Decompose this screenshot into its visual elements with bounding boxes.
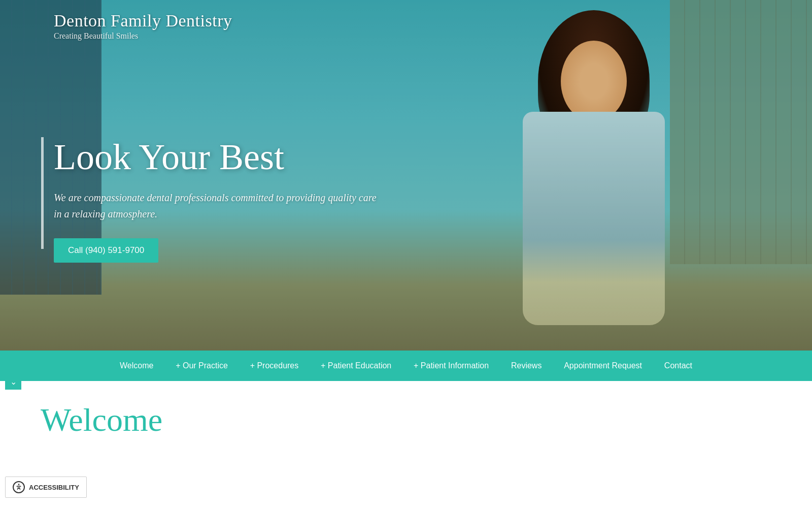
svg-point-0 — [18, 484, 20, 485]
accessibility-icon — [13, 481, 25, 493]
nav-inner: Welcome + Our Practice + Procedures + Pa… — [91, 357, 721, 374]
site-title: Denton Family Dentistry — [54, 11, 232, 30]
hero-figure — [487, 10, 700, 356]
site-header: Denton Family Dentistry Creating Beautif… — [54, 11, 232, 41]
hero-section: Denton Family Dentistry Creating Beautif… — [0, 0, 812, 381]
nav-item-procedures[interactable]: + Procedures — [242, 357, 307, 374]
nav-item-patient-education[interactable]: + Patient Education — [313, 357, 399, 374]
navigation-bar: Welcome + Our Practice + Procedures + Pa… — [0, 351, 812, 381]
below-fold-section: ⌄ Welcome — [0, 381, 812, 508]
hero-description: We are compassionate dental professional… — [54, 189, 379, 222]
hero-accent-line — [41, 137, 44, 249]
cta-button[interactable]: Call (940) 591-9700 — [54, 238, 158, 263]
welcome-heading: Welcome — [41, 401, 771, 439]
hero-content: Look Your Best We are compassionate dent… — [54, 137, 379, 263]
site-subtitle: Creating Beautiful Smiles — [54, 31, 232, 41]
nav-item-welcome[interactable]: Welcome — [112, 357, 161, 374]
nav-item-contact[interactable]: Contact — [656, 357, 700, 374]
hero-headline: Look Your Best — [54, 137, 379, 177]
figure-face — [561, 41, 627, 122]
nav-item-our-practice[interactable]: + Our Practice — [167, 357, 236, 374]
accessibility-bar[interactable]: ACCESSIBILITY — [5, 477, 87, 498]
nav-item-patient-information[interactable]: + Patient Information — [405, 357, 497, 374]
nav-item-reviews[interactable]: Reviews — [503, 357, 550, 374]
figure-body — [523, 112, 665, 325]
accessibility-label: ACCESSIBILITY — [29, 484, 79, 491]
figure-tint — [523, 112, 665, 325]
nav-item-appointment[interactable]: Appointment Request — [556, 357, 650, 374]
